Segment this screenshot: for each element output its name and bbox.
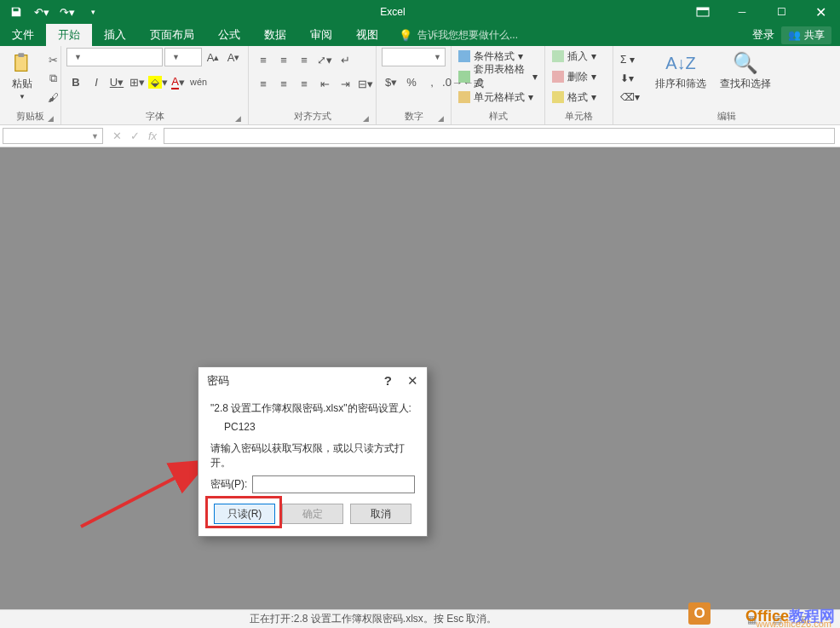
- cut-icon[interactable]: ✂: [43, 51, 63, 68]
- minimize-button[interactable]: ─: [722, 0, 762, 24]
- clear-button[interactable]: ⌫▾: [618, 89, 642, 106]
- help-button[interactable]: ?: [384, 373, 392, 389]
- confirm-formula-icon[interactable]: ✓: [130, 130, 140, 142]
- chevron-down-icon: ▼: [172, 53, 180, 61]
- chevron-down-icon: ▼: [91, 132, 99, 141]
- svg-rect-3: [18, 53, 24, 57]
- font-launcher[interactable]: ◢: [235, 114, 241, 123]
- tell-me-search[interactable]: 💡 告诉我您想要做什么...: [390, 24, 518, 46]
- border-button[interactable]: ⊞▾: [128, 73, 147, 90]
- password-label: 密码(P):: [210, 477, 247, 492]
- tab-review[interactable]: 审阅: [298, 24, 344, 46]
- autosum-button[interactable]: Σ▾: [618, 51, 642, 68]
- align-bottom-icon[interactable]: ≡: [295, 51, 314, 68]
- group-styles: 条件格式▾ 套用表格格式▾ 单元格样式▾ 样式: [452, 46, 545, 124]
- formula-input[interactable]: [164, 128, 835, 144]
- svg-rect-5: [458, 71, 470, 83]
- merge-button[interactable]: ⊟▾: [356, 75, 375, 92]
- clipboard-launcher[interactable]: ◢: [48, 114, 54, 123]
- password-dialog: 密码 ? ✕ "2.8 设置工作簿权限密码.xlsx"的密码设置人: PC123…: [198, 366, 428, 537]
- format-painter-icon[interactable]: 🖌: [43, 89, 63, 106]
- font-name-select[interactable]: ▼: [66, 48, 163, 66]
- fill-color-button[interactable]: ⬙▾: [148, 73, 167, 90]
- sort-filter-button[interactable]: A↓Z 排序和筛选: [650, 48, 711, 95]
- svg-rect-2: [15, 55, 27, 72]
- chevron-down-icon: ▼: [74, 53, 82, 61]
- login-link[interactable]: 登录: [752, 27, 774, 43]
- align-right-icon[interactable]: ≡: [295, 75, 314, 92]
- phonetic-button[interactable]: wén: [189, 73, 208, 90]
- font-color-button[interactable]: A▾: [169, 73, 187, 90]
- orientation-icon[interactable]: ⤢▾: [315, 51, 334, 68]
- italic-button[interactable]: I: [87, 73, 106, 90]
- decrease-indent-icon[interactable]: ⇤: [315, 75, 334, 92]
- comma-button[interactable]: ,: [423, 73, 441, 90]
- increase-font-icon[interactable]: A▴: [204, 49, 222, 66]
- ribbon: 粘贴 ▼ ✂ ⧉ 🖌 剪贴板◢ ▼ ▼ A▴ A▾ B I U▾ ⊞▾: [0, 46, 840, 125]
- svg-line-10: [81, 463, 204, 527]
- readonly-button[interactable]: 只读(R): [214, 504, 275, 524]
- share-button[interactable]: 👥共享: [781, 26, 831, 44]
- delete-cells-button[interactable]: 删除▾: [550, 68, 598, 85]
- font-size-select[interactable]: ▼: [164, 48, 202, 66]
- qat-customize-icon[interactable]: ▾: [83, 3, 102, 21]
- decrease-font-icon[interactable]: A▾: [224, 49, 243, 66]
- titlebar: ↶▾ ↷▾ ▾ Excel ─ ☐ ✕: [0, 0, 840, 24]
- fx-icon[interactable]: fx: [148, 130, 157, 142]
- format-as-table-button[interactable]: 套用表格格式▾: [457, 68, 539, 85]
- align-center-icon[interactable]: ≡: [274, 75, 293, 92]
- lightbulb-icon: 💡: [399, 29, 412, 42]
- cell-styles-button[interactable]: 单元格样式▾: [457, 89, 535, 106]
- undo-icon[interactable]: ↶▾: [32, 3, 51, 21]
- tab-home[interactable]: 开始: [46, 24, 92, 46]
- svg-rect-4: [458, 50, 470, 62]
- redo-icon[interactable]: ↷▾: [58, 3, 77, 21]
- bold-button[interactable]: B: [66, 73, 85, 90]
- align-left-icon[interactable]: ≡: [254, 75, 273, 92]
- paste-icon: [10, 51, 34, 75]
- number-launcher[interactable]: ◢: [438, 114, 444, 123]
- alignment-launcher[interactable]: ◢: [363, 114, 369, 123]
- format-cells-button[interactable]: 格式▾: [550, 89, 598, 106]
- tab-file[interactable]: 文件: [0, 24, 46, 46]
- align-middle-icon[interactable]: ≡: [274, 51, 293, 68]
- insert-cells-button[interactable]: 插入▾: [550, 48, 598, 65]
- group-editing: Σ▾ ⬇▾ ⌫▾ A↓Z 排序和筛选 🔍 查找和选择 编辑: [613, 46, 840, 124]
- svg-rect-6: [458, 91, 470, 103]
- tab-formulas[interactable]: 公式: [206, 24, 252, 46]
- work-area: 密码 ? ✕ "2.8 设置工作簿权限密码.xlsx"的密码设置人: PC123…: [0, 147, 840, 626]
- group-clipboard: 粘贴 ▼ ✂ ⧉ 🖌 剪贴板◢: [0, 46, 61, 124]
- number-format-select[interactable]: ▼: [382, 48, 446, 66]
- cancel-formula-icon[interactable]: ✕: [112, 130, 122, 142]
- copy-icon[interactable]: ⧉: [43, 70, 63, 87]
- maximize-button[interactable]: ☐: [762, 0, 801, 24]
- app-title: Excel: [102, 6, 683, 18]
- find-select-button[interactable]: 🔍 查找和选择: [715, 48, 776, 95]
- tab-pagelayout[interactable]: 页面布局: [138, 24, 206, 46]
- password-input[interactable]: [252, 475, 415, 493]
- dialog-close-button[interactable]: ✕: [407, 373, 418, 389]
- name-box[interactable]: ▼: [3, 128, 103, 144]
- cancel-button[interactable]: 取消: [350, 504, 411, 524]
- percent-button[interactable]: %: [402, 73, 421, 90]
- underline-button[interactable]: U▾: [107, 73, 126, 90]
- ok-button[interactable]: 确定: [282, 504, 343, 524]
- tab-insert[interactable]: 插入: [92, 24, 138, 46]
- accounting-format-icon[interactable]: $▾: [382, 73, 400, 90]
- dialog-author: PC123: [210, 421, 415, 433]
- paste-button[interactable]: 粘贴 ▼: [5, 48, 39, 104]
- align-top-icon[interactable]: ≡: [254, 51, 273, 68]
- fill-button[interactable]: ⬇▾: [618, 70, 642, 87]
- svg-rect-8: [552, 71, 564, 83]
- status-message: 正在打开:2.8 设置工作簿权限密码.xlsx。按 Esc 取消。: [0, 612, 747, 626]
- watermark-url: www.office26.com: [757, 619, 831, 628]
- tab-data[interactable]: 数据: [252, 24, 298, 46]
- tab-view[interactable]: 视图: [344, 24, 390, 46]
- watermark-logo: O: [688, 602, 711, 625]
- increase-indent-icon[interactable]: ⇥: [336, 75, 354, 92]
- menubar: 文件 开始 插入 页面布局 公式 数据 审阅 视图 💡 告诉我您想要做什么...…: [0, 24, 840, 46]
- wrap-text-icon[interactable]: ↵: [336, 51, 354, 68]
- save-icon[interactable]: [7, 3, 26, 21]
- close-button[interactable]: ✕: [801, 0, 840, 24]
- ribbon-options-icon[interactable]: [683, 0, 722, 24]
